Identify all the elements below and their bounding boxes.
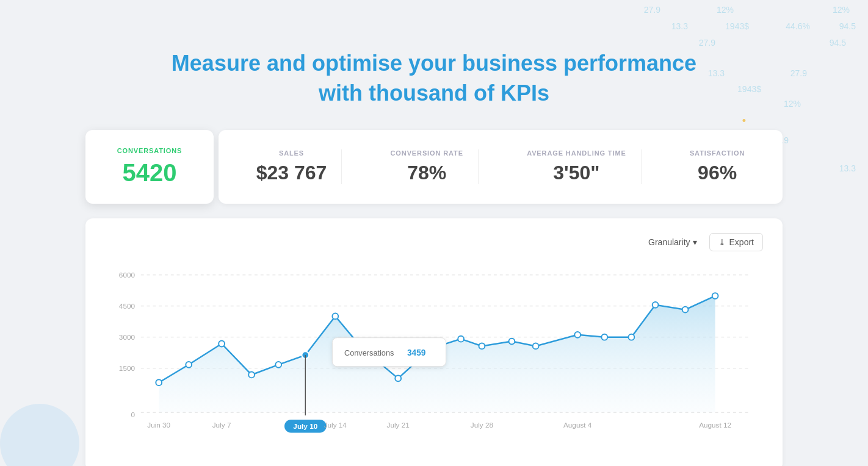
kpi-sales-card: SALES $23 767 — [242, 149, 342, 184]
x-label: July 28 — [471, 421, 494, 429]
chart-point — [479, 343, 485, 349]
chart-point — [601, 334, 607, 340]
svg-text:6000: 6000 — [119, 271, 136, 279]
x-label: August 12 — [699, 421, 731, 429]
kpi-conversations-card: CONVERSATIONS 5420 — [85, 130, 214, 204]
chart-point — [186, 362, 192, 368]
svg-text:0: 0 — [131, 410, 135, 418]
chart-point — [248, 372, 255, 378]
svg-text:4500: 4500 — [119, 302, 136, 310]
kpi-conversion-card: CONVERSION RATE 78% — [376, 149, 479, 184]
kpi-conversations-label: CONVERSATIONS — [117, 147, 183, 154]
download-icon: ⤓ — [718, 237, 726, 247]
kpi-satisfaction-value: 96% — [698, 162, 737, 184]
kpi-conversion-value: 78% — [407, 162, 446, 184]
chart-point — [574, 332, 580, 338]
kpi-other-cards: SALES $23 767 CONVERSION RATE 78% AVERAG… — [219, 130, 783, 204]
kpi-handling-value: 3'50" — [553, 162, 599, 184]
hero-title: Measure and optimise your business perfo… — [85, 49, 783, 108]
chart-point — [332, 314, 338, 320]
chart-point — [629, 334, 635, 340]
chart-point — [458, 336, 464, 342]
kpi-satisfaction-card: SATISFACTION 96% — [675, 149, 759, 184]
chart-point — [275, 362, 281, 368]
x-label: July 14 — [324, 421, 347, 429]
chart-svg-wrapper: 6000 4500 3000 1500 0 — [105, 261, 763, 459]
x-label: July 21 — [387, 421, 410, 429]
hero-section: Measure and optimise your business perfo… — [85, 49, 783, 108]
chart-point — [712, 293, 718, 299]
x-label: July 7 — [212, 421, 231, 429]
chart-point — [156, 379, 162, 385]
kpi-conversations-value: 5420 — [123, 159, 177, 187]
x-label-highlighted: July 10 — [293, 422, 317, 430]
svg-text:3000: 3000 — [119, 333, 136, 341]
chart-point — [533, 343, 539, 349]
tooltip-label: Conversations — [344, 348, 394, 357]
chart-svg: 6000 4500 3000 1500 0 — [105, 261, 763, 456]
chevron-down-icon: ▾ — [693, 237, 697, 247]
x-label: August 4 — [563, 421, 592, 429]
kpi-row: CONVERSATIONS 5420 SALES $23 767 CONVERS… — [85, 130, 783, 204]
chart-point — [653, 302, 659, 308]
kpi-sales-label: SALES — [279, 149, 304, 157]
kpi-handling-card: AVERAGE HANDLING TIME 3'50" — [512, 149, 642, 184]
kpi-sales-value: $23 767 — [256, 162, 327, 184]
main-content: Measure and optimise your business perfo… — [0, 0, 868, 466]
chart-container: Granularity ▾ ⤓ Export — [85, 218, 783, 466]
chart-point — [682, 307, 689, 313]
kpi-handling-label: AVERAGE HANDLING TIME — [527, 149, 626, 157]
kpi-satisfaction-label: SATISFACTION — [690, 149, 745, 157]
chart-point — [509, 339, 515, 345]
granularity-button[interactable]: Granularity ▾ — [643, 234, 701, 251]
export-button[interactable]: ⤓ Export — [709, 233, 763, 251]
kpi-conversion-label: CONVERSION RATE — [391, 149, 463, 157]
svg-text:1500: 1500 — [119, 364, 136, 372]
chart-point — [395, 376, 401, 382]
x-label: Juin 30 — [147, 421, 170, 429]
chart-point — [219, 341, 225, 347]
chart-toolbar: Granularity ▾ ⤓ Export — [105, 233, 763, 251]
tooltip-value: 3459 — [407, 348, 426, 357]
